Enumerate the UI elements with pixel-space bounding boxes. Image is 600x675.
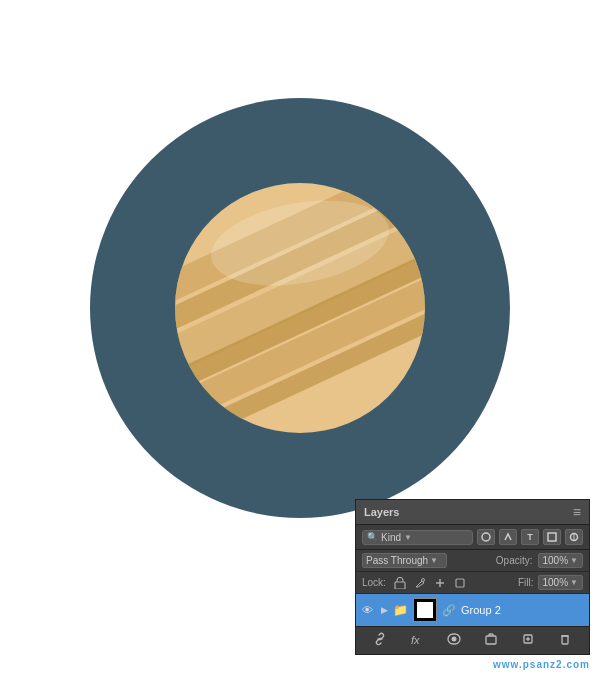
fill-chevron-icon: ▼ [570, 578, 578, 587]
lock-artboard-icon[interactable] [452, 576, 468, 590]
lock-move-icon[interactable] [392, 576, 408, 590]
layer-row-group2[interactable]: 👁 ▶ 📁 🔗 Group 2 [356, 594, 589, 626]
fill-input[interactable]: 100% ▼ [538, 575, 584, 590]
expand-arrow-icon[interactable]: ▶ [381, 605, 388, 615]
link-fx-icon[interactable] [370, 631, 390, 650]
lock-label: Lock: [362, 577, 386, 588]
fill-label: Fill: [518, 577, 534, 588]
svg-point-0 [482, 533, 490, 541]
svg-rect-4 [395, 582, 405, 589]
layer-name: Group 2 [461, 604, 583, 616]
svg-point-5 [421, 578, 424, 581]
lock-gradient-icon[interactable] [432, 576, 448, 590]
svg-rect-16 [562, 636, 568, 644]
planet-illustration [90, 98, 510, 518]
blend-mode-value: Pass Through [366, 555, 428, 566]
mask-icon[interactable] [444, 631, 464, 650]
new-layer-icon[interactable] [518, 631, 538, 650]
lock-draw-icon[interactable] [412, 576, 428, 590]
lock-fill-row: Lock: Fill: 100% ▼ [356, 572, 589, 594]
fill-value-text: 100% [543, 577, 569, 588]
chain-link-icon[interactable]: 🔗 [442, 604, 456, 617]
filter-toolbar: 🔍 Kind ▼ T [356, 525, 589, 550]
panel-menu-icon[interactable]: ≡ [573, 504, 581, 520]
filter-pixel-icon[interactable] [477, 529, 495, 545]
panel-title: Layers [364, 506, 399, 518]
layer-thumbnail [413, 598, 437, 622]
opacity-label: Opacity: [496, 555, 533, 566]
panel-header: Layers ≡ [356, 500, 589, 525]
svg-point-11 [452, 637, 457, 642]
search-icon: 🔍 [367, 532, 378, 542]
filter-path-icon[interactable] [499, 529, 517, 545]
delete-icon[interactable] [555, 631, 575, 650]
opacity-value-text: 100% [543, 555, 569, 566]
new-group-icon[interactable] [481, 631, 501, 650]
panel-footer: fx [356, 626, 589, 654]
svg-rect-12 [486, 636, 496, 644]
filter-chevron-icon: ▼ [404, 533, 412, 542]
blend-mode-select[interactable]: Pass Through ▼ [362, 553, 447, 568]
opacity-input[interactable]: 100% ▼ [538, 553, 584, 568]
opacity-chevron-icon: ▼ [570, 556, 578, 565]
visibility-icon[interactable]: 👁 [362, 604, 376, 616]
filter-adjustment-icon[interactable] [565, 529, 583, 545]
svg-rect-1 [548, 533, 556, 541]
svg-rect-8 [456, 579, 464, 587]
blend-chevron-icon: ▼ [430, 556, 438, 565]
inner-planet [175, 183, 425, 433]
folder-icon[interactable]: 📁 [393, 603, 408, 617]
filter-kind-label: Kind [381, 532, 401, 543]
layers-panel: Layers ≡ 🔍 Kind ▼ T Pass Through ▼ Op [355, 499, 590, 655]
filter-search-box[interactable]: 🔍 Kind ▼ [362, 530, 473, 545]
filter-shape-icon[interactable] [543, 529, 561, 545]
svg-text:fx: fx [411, 634, 420, 646]
fx-icon[interactable]: fx [407, 631, 427, 650]
filter-type-icon[interactable]: T [521, 529, 539, 545]
blend-opacity-row: Pass Through ▼ Opacity: 100% ▼ [356, 550, 589, 572]
watermark: www.psanz2.com [493, 659, 590, 670]
